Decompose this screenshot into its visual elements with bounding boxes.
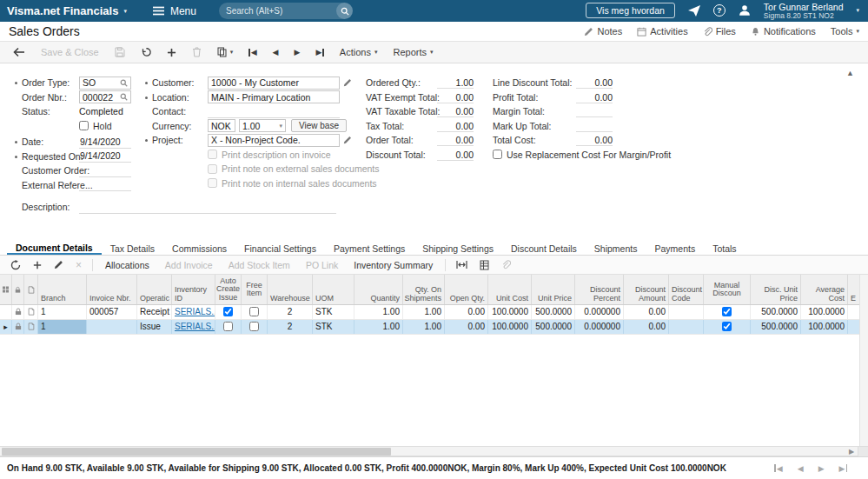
description-input[interactable] (79, 201, 336, 214)
col-warehouse[interactable]: Warehouse (268, 275, 313, 304)
allocations-button[interactable]: Allocations (98, 258, 156, 272)
use-replacement-cost-checkbox-input[interactable] (493, 150, 502, 159)
tab-commissions[interactable]: Commissions (163, 241, 235, 255)
grid-settings-header[interactable] (0, 275, 12, 304)
manual-discount-checkbox[interactable] (722, 322, 732, 331)
horizontal-scrollbar[interactable]: ▶ (0, 446, 868, 456)
col-open-qty[interactable]: Open Qty. (445, 275, 488, 304)
free-item-checkbox[interactable] (249, 322, 259, 331)
undo-button[interactable] (133, 44, 159, 60)
col-disc-unit-price[interactable]: Disc. Unit Price (751, 275, 801, 304)
row-note-cell[interactable] (24, 305, 38, 319)
table-row[interactable]: ▸ 1 Issue SERIALS... 2 STK 1.00 1.00 0.0… (0, 320, 859, 335)
order-type-input[interactable]: SO (79, 77, 131, 90)
notes-button[interactable]: Notes (584, 26, 622, 37)
go-previous-button[interactable]: ◀ (265, 46, 287, 59)
col-manual-discount[interactable]: Manual Discoun (704, 275, 751, 304)
go-first-button[interactable]: ◀ (241, 46, 264, 59)
user-menu-chevron-icon[interactable]: ▾ (856, 7, 859, 14)
actions-menu-button[interactable]: Actions ▾ (332, 44, 386, 60)
col-ext[interactable]: E (848, 275, 859, 304)
auto-create-issue-checkbox[interactable] (223, 307, 233, 316)
horizontal-scroll-thumb[interactable] (2, 448, 391, 456)
tab-payments[interactable]: Payments (646, 241, 704, 255)
col-uom[interactable]: UOM (313, 275, 354, 304)
col-quantity[interactable]: Quantity (354, 275, 403, 304)
back-button[interactable] (5, 44, 33, 60)
currency-code-input[interactable]: NOK (208, 119, 235, 132)
pager-previous-button[interactable]: ◀ (798, 464, 804, 473)
tab-document-details[interactable]: Document Details (7, 241, 102, 255)
main-menu-button[interactable]: Menu (153, 5, 196, 17)
requested-on-input[interactable]: 9/14/2020 (79, 150, 131, 163)
auto-create-issue-checkbox[interactable] (223, 322, 233, 331)
user-info[interactable]: Tor Gunnar Berland Sigma 8.20 ST1 NO2 (764, 2, 844, 21)
tab-shipments[interactable]: Shipments (586, 241, 646, 255)
show-me-how-button[interactable]: Vis meg hvordan (586, 3, 675, 18)
lookup-icon[interactable] (120, 79, 128, 87)
add-record-button[interactable] (159, 45, 184, 60)
grid-add-row-button[interactable] (28, 259, 47, 271)
hold-checkbox-input[interactable] (79, 121, 89, 130)
table-row[interactable]: 1 000057 Receipt SERIALS... 2 STK 1.00 1… (0, 305, 859, 320)
edit-project-icon[interactable] (343, 136, 352, 144)
search-input[interactable] (219, 6, 336, 16)
user-icon[interactable] (739, 4, 751, 17)
send-feedback-icon[interactable] (688, 5, 700, 17)
copy-paste-button[interactable]: ▾ (209, 44, 242, 60)
col-discount-amount[interactable]: Discount Amount (624, 275, 669, 304)
inventory-summary-button[interactable]: Inventory Summary (347, 258, 440, 272)
order-nbr-input[interactable]: 000022 (79, 90, 131, 103)
go-last-button[interactable]: ▶ (308, 46, 331, 59)
grid-refresh-button[interactable] (5, 258, 26, 272)
customer-order-input[interactable] (79, 164, 131, 177)
inventory-id-link[interactable]: SERIALS... (175, 307, 215, 316)
tab-shipping-settings[interactable]: Shipping Settings (414, 241, 502, 255)
activities-button[interactable]: Activities (637, 26, 687, 37)
col-discount-percent[interactable]: Discount Percent (575, 275, 624, 304)
files-button[interactable]: Files (703, 26, 736, 37)
reports-menu-button[interactable]: Reports ▾ (385, 44, 441, 60)
search-button[interactable] (336, 3, 353, 19)
tools-button[interactable]: Tools ▾ (831, 26, 859, 37)
collapse-form-button[interactable]: ▲ (846, 69, 854, 77)
tab-payment-settings[interactable]: Payment Settings (325, 241, 414, 255)
inventory-id-link[interactable]: SERIALS... (175, 322, 215, 331)
col-free-item[interactable]: Free Item (242, 275, 268, 304)
currency-rate-select[interactable]: 1.00 ▾ (239, 119, 286, 132)
use-replacement-cost-checkbox[interactable]: Use Replacement Cost For Margin/Profit (493, 150, 671, 160)
manual-discount-checkbox[interactable] (722, 307, 732, 316)
view-base-button[interactable]: View base (291, 119, 347, 132)
col-operation[interactable]: Operatic (137, 275, 172, 304)
col-inventory-id[interactable]: Inventory ID (172, 275, 215, 304)
lookup-icon[interactable] (120, 93, 128, 101)
external-ref-input[interactable] (79, 178, 131, 191)
pager-last-button[interactable]: ▶ (839, 464, 847, 473)
date-input[interactable]: 9/14/2020 (79, 136, 131, 149)
pager-next-button[interactable]: ▶ (818, 464, 825, 473)
free-item-checkbox[interactable] (249, 307, 259, 316)
contact-input[interactable] (208, 105, 340, 118)
app-brand-menu[interactable]: Visma.net Financials ▾ (7, 4, 127, 17)
tab-discount-details[interactable]: Discount Details (502, 241, 586, 255)
col-unit-price[interactable]: Unit Price (532, 275, 575, 304)
col-discount-code[interactable]: Discount Code (669, 275, 704, 304)
col-qty-on-shipments[interactable]: Qty. On Shipments (403, 275, 445, 304)
notifications-button[interactable]: Notifications (751, 26, 816, 37)
col-branch[interactable]: Branch (38, 275, 87, 304)
project-input[interactable]: X - Non-Project Code. (208, 134, 340, 147)
tab-financial-settings[interactable]: Financial Settings (235, 241, 325, 255)
customer-input[interactable]: 10000 - My Customer (208, 77, 340, 90)
pager-first-button[interactable]: ◀ (774, 464, 782, 473)
location-input[interactable]: MAIN - Primary Location (208, 90, 340, 103)
col-unit-cost[interactable]: Unit Cost (488, 275, 532, 304)
col-invoice-nbr[interactable]: Invoice Nbr. (87, 275, 137, 304)
go-next-button[interactable]: ▶ (287, 46, 308, 59)
export-to-excel-button[interactable] (474, 258, 494, 272)
row-note-cell[interactable] (24, 320, 38, 334)
tab-totals[interactable]: Totals (704, 241, 745, 255)
edit-customer-icon[interactable] (343, 78, 352, 87)
col-auto-create-issue[interactable]: Auto Create Issue (215, 275, 242, 304)
hold-checkbox[interactable]: Hold (79, 121, 112, 131)
help-icon[interactable]: ? (713, 4, 726, 17)
